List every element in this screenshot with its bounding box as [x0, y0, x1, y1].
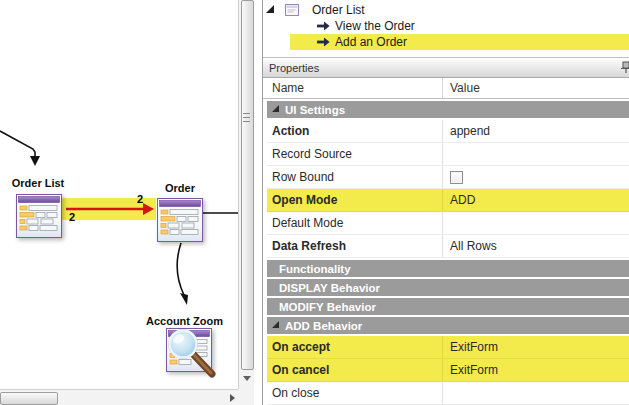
node-label-order: Order	[152, 182, 208, 194]
property-value-open-mode[interactable]: ADD	[443, 189, 629, 211]
tree-expander-icon[interactable]	[266, 5, 274, 13]
property-group-functionality[interactable]: Functionality	[267, 260, 629, 277]
property-group-modify-behavior[interactable]: MODIFY Behavior	[267, 298, 629, 315]
group-expanded-icon[interactable]	[272, 105, 279, 112]
tree-item-label: Add an Order	[335, 35, 407, 49]
scroll-down-button[interactable]	[242, 371, 252, 385]
magnifier-icon	[164, 326, 218, 378]
property-row-data-refresh[interactable]: Data RefreshAll Rows	[267, 235, 629, 258]
property-name: Action	[267, 120, 443, 142]
incoming-connector-arrow	[0, 131, 40, 166]
property-group-ui-settings[interactable]: UI Settings	[267, 101, 629, 118]
vertical-scrollbar-thumb[interactable]	[241, 0, 254, 370]
tree-item-view-the-order[interactable]: View the Order	[263, 18, 629, 34]
row-bound-checkbox[interactable]	[450, 171, 463, 184]
node-account-zoom[interactable]	[166, 328, 212, 372]
property-value-on-accept[interactable]: ExitForm	[443, 336, 629, 358]
canvas-vertical-scrollbar[interactable]	[238, 0, 254, 389]
edge-badge-top: 2	[137, 193, 143, 205]
tree-item-label: View the Order	[335, 19, 415, 33]
flow-arrow-icon	[317, 37, 330, 47]
scrollbar-grip	[243, 113, 250, 122]
form-icon	[285, 4, 299, 16]
property-row-on-close[interactable]: On close	[267, 382, 629, 405]
property-group-label: MODIFY Behavior	[279, 301, 376, 313]
property-name: On close	[267, 382, 443, 404]
property-name: On cancel	[267, 359, 443, 381]
property-row-open-mode[interactable]: Open ModeADD	[267, 189, 629, 212]
property-value-data-refresh[interactable]: All Rows	[443, 235, 629, 257]
property-group-add-behavior[interactable]: ADD Behavior	[267, 317, 629, 334]
edge-badge-bottom: 2	[69, 211, 75, 223]
form-node-icon	[157, 198, 203, 242]
column-header-name: Name	[267, 78, 443, 98]
property-value-on-close[interactable]	[443, 382, 629, 404]
right-panel: Order ListView the OrderAdd an Order Pro…	[262, 0, 629, 405]
property-value-record-source[interactable]	[443, 143, 629, 165]
chevron-down-icon	[243, 376, 251, 381]
navigation-tree: Order ListView the OrderAdd an Order	[263, 0, 629, 56]
property-row-on-cancel[interactable]: On cancelExitForm	[267, 359, 629, 382]
property-value-on-cancel[interactable]: ExitForm	[443, 359, 629, 381]
column-header-value: Value	[443, 78, 629, 98]
property-group-label: ADD Behavior	[285, 320, 362, 332]
property-group-label: UI Settings	[285, 104, 345, 116]
property-name: Default Mode	[267, 212, 443, 234]
flow-arrow-icon	[317, 21, 330, 31]
scroll-right-button[interactable]	[227, 393, 237, 403]
property-value-default-mode[interactable]	[443, 212, 629, 234]
form-node-icon	[16, 194, 62, 238]
properties-title: Properties	[269, 62, 319, 74]
property-row-on-accept[interactable]: On acceptExitForm	[267, 336, 629, 359]
property-group-label: Functionality	[279, 263, 351, 275]
node-label-order-list: Order List	[10, 177, 66, 189]
chevron-right-icon	[230, 394, 235, 402]
group-expanded-icon[interactable]	[272, 321, 279, 328]
horizontal-scrollbar-thumb[interactable]	[0, 392, 58, 405]
property-name: Data Refresh	[267, 235, 443, 257]
properties-title-bar: Properties	[263, 57, 629, 78]
grid-column-headers: Name Value	[263, 78, 629, 99]
node-order-list[interactable]	[16, 194, 62, 238]
properties-grid: UI SettingsActionappendRecord SourceRow …	[263, 99, 629, 405]
diagram-canvas[interactable]: 2 2 Order List Order	[0, 0, 238, 389]
property-row-record-source[interactable]: Record Source	[267, 143, 629, 166]
tree-item-label: Order List	[312, 3, 365, 17]
property-name: Record Source	[267, 143, 443, 165]
property-group-display-behavior[interactable]: DISPLAY Behavior	[267, 279, 629, 296]
auto-hide-pin-icon[interactable]	[620, 61, 629, 75]
property-group-label: DISPLAY Behavior	[279, 282, 380, 294]
property-name: Open Mode	[267, 189, 443, 211]
scrollbar-corner	[238, 389, 254, 405]
property-row-row-bound[interactable]: Row Bound	[267, 166, 629, 189]
tree-item-add-an-order[interactable]: Add an Order	[263, 34, 629, 50]
property-name: Row Bound	[267, 166, 443, 188]
property-row-action[interactable]: Actionappend	[267, 120, 629, 143]
property-name: On accept	[267, 336, 443, 358]
property-value-action[interactable]: append	[443, 120, 629, 142]
property-row-default-mode[interactable]: Default Mode	[267, 212, 629, 235]
order-to-accountzoom-arrow	[177, 243, 188, 305]
node-order[interactable]	[157, 198, 203, 242]
tree-item-order-list[interactable]: Order List	[263, 2, 629, 18]
property-value-row-bound	[443, 166, 629, 188]
canvas-horizontal-scrollbar[interactable]	[0, 389, 238, 405]
